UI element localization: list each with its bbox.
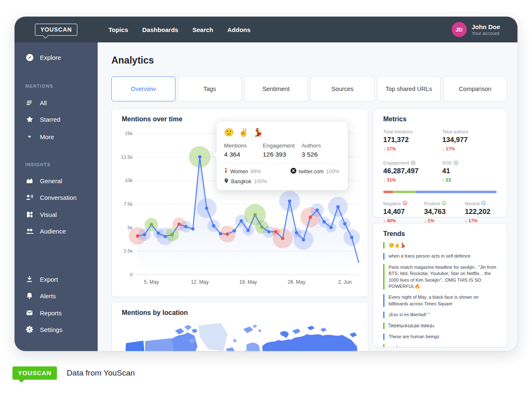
sidebar-item-more[interactable]: More: [15, 129, 98, 144]
logo-text: YOUSCAN: [40, 26, 72, 33]
sidebar-section-mentions: MENTIONS: [25, 84, 53, 88]
nav-topics[interactable]: Topics: [108, 26, 128, 33]
tooltip-emojis: 🙂 ✌️ 💃: [224, 128, 340, 137]
svg-text:12.5k: 12.5k: [121, 155, 133, 160]
tooltip-stat-label: Engagement: [263, 142, 301, 149]
sidebar-item-label: Export: [40, 276, 58, 283]
sidebar-item-conversation[interactable]: Conversation: [15, 190, 98, 205]
account-subtitle: Your account: [472, 31, 500, 36]
svg-text:12. May: 12. May: [191, 279, 209, 285]
page-title: Analytics: [111, 55, 154, 66]
svg-text:0: 0: [130, 272, 133, 277]
page-footer: YOUSCAN Data from YouScan: [12, 366, 135, 380]
list-icon: [25, 98, 34, 107]
sidebar-item-all[interactable]: All: [15, 95, 98, 110]
chart-icon: [25, 177, 34, 185]
sidebar-item-visual[interactable]: Visual: [15, 207, 98, 222]
sad-face-icon: [403, 201, 407, 206]
tooltip-stat-label: Authors: [301, 142, 340, 149]
bell-icon: [25, 292, 34, 300]
tab-sources[interactable]: Sources: [310, 76, 374, 101]
caret-down-icon: [25, 133, 34, 141]
tab-overview[interactable]: Overview: [111, 76, 175, 101]
tooltip-meta-label: Women: [230, 169, 248, 174]
sentiment-bar: [383, 191, 497, 193]
compass-icon: [25, 53, 34, 61]
trend-item[interactable]: Every night of May, a black face is show…: [383, 294, 498, 307]
avatar[interactable]: JD: [452, 22, 467, 37]
gear-icon: [25, 325, 34, 334]
svg-text:10k: 10k: [125, 178, 133, 183]
people-icon: [25, 227, 34, 235]
speaker-icon: [25, 193, 34, 201]
sidebar-item-general[interactable]: General: [15, 173, 98, 188]
sidebar-item-label: Settings: [40, 326, 62, 333]
metric-neutral: Neutral 122,202 ↓ 17%: [465, 201, 497, 223]
account-menu[interactable]: JD John Doe Your account: [452, 22, 517, 37]
chart-tooltip: 🙂 ✌️ 💃 Mentions4 364 Engagement126 393 A…: [217, 121, 348, 190]
logo-tail: [43, 33, 48, 39]
logo-tail: [18, 376, 25, 383]
sidebar-item-explore[interactable]: Explore: [15, 50, 98, 65]
trend-item[interactable]: These are human beings: [383, 334, 498, 340]
pin-icon: [224, 178, 229, 185]
sidebar-item-label: General: [40, 177, 62, 184]
star-icon: [25, 115, 34, 123]
tooltip-stat-label: Mentions: [224, 142, 263, 149]
tooltip-stat-value: 4 364: [224, 151, 263, 158]
sidebar-item-settings[interactable]: Settings: [15, 322, 98, 337]
info-icon[interactable]: i: [411, 160, 416, 165]
trends-card: Trends 🙂✌️💃 when a trans person acts in …: [373, 223, 507, 347]
tooltip-stat-value: 126 393: [263, 151, 301, 158]
metric-total-mentions: Total mentions 171,372 ↓ 17%: [383, 129, 442, 151]
envelope-icon: [25, 309, 34, 317]
trend-item[interactable]: يا رب: [383, 344, 498, 347]
account-name: John Doe: [472, 23, 500, 31]
info-icon[interactable]: i: [453, 160, 458, 165]
mentions-over-time-card: Mentions over time 15k12.5k10k7.5k5k2.5k…: [111, 108, 368, 297]
tooltip-meta-value: 89%: [251, 169, 261, 174]
tab-top-shared-urls[interactable]: Top shared URLs: [377, 76, 441, 101]
top-bar: YOUSCAN Topics Dashboards Search Addons …: [15, 17, 517, 42]
nav-addons[interactable]: Addons: [227, 26, 251, 33]
tab-sentiment[interactable]: Sentiment: [244, 76, 308, 101]
sidebar-item-audience[interactable]: Audience: [15, 224, 98, 238]
sidebar-item-starred[interactable]: Starred: [15, 112, 98, 127]
footer-attribution: Data from YouScan: [67, 368, 135, 378]
sidebar-section-insights: INSIGHTS: [25, 162, 51, 167]
metric-nsr: NSRi 41 ↑ 23: [442, 160, 497, 182]
trend-item[interactable]: 🙂✌️💃: [383, 242, 498, 248]
svg-text:26. May: 26. May: [288, 279, 305, 285]
world-map[interactable]: [122, 322, 359, 351]
grid-icon: [25, 210, 34, 219]
sidebar-item-reports[interactable]: Reports: [15, 305, 98, 320]
svg-text:7.5k: 7.5k: [123, 201, 133, 206]
trend-item[interactable]: ¡Eso sí es libertad! ": [383, 312, 498, 318]
nav-dashboards[interactable]: Dashboards: [142, 26, 178, 33]
location-title: Mentions by location: [122, 309, 188, 317]
svg-text:2.5k: 2.5k: [123, 248, 133, 253]
youscan-logo: YOUSCAN: [15, 24, 98, 36]
tab-tags[interactable]: Tags: [178, 76, 242, 101]
tooltip-meta-label: twitter.com: [299, 169, 324, 174]
svg-text:19. May: 19. May: [239, 279, 257, 285]
trend-item[interactable]: when a trans person acts in self defence: [383, 253, 498, 259]
x-twitter-icon: [291, 168, 296, 175]
woman-icon: [224, 168, 228, 175]
svg-text:5k: 5k: [128, 225, 133, 230]
sidebar-item-label: Alerts: [40, 292, 56, 300]
sidebar-item-export[interactable]: Export: [15, 272, 98, 287]
neutral-face-icon: [481, 201, 486, 206]
top-navigation: Topics Dashboards Search Addons: [98, 26, 251, 33]
sidebar-item-label: Audience: [40, 228, 66, 235]
trend-item[interactable]: Paris match magazine headline for seokji…: [383, 264, 498, 290]
mentions-by-location-card: Mentions by location: [111, 302, 368, 351]
metric-total-authors: Total authors 134,977 ↓ 17%: [442, 129, 497, 151]
sidebar-item-label: All: [40, 99, 47, 106]
tab-comparison[interactable]: Comparison: [443, 76, 507, 101]
metric-negative: Negative 14,407 ↓ 40%: [383, 201, 424, 223]
sidebar-item-alerts[interactable]: Alerts: [15, 288, 98, 303]
nav-search[interactable]: Search: [192, 26, 213, 33]
happy-face-icon: [442, 201, 446, 206]
trend-item[interactable]: ไทยทนเหงอเอด ทสดอะ: [383, 323, 498, 329]
